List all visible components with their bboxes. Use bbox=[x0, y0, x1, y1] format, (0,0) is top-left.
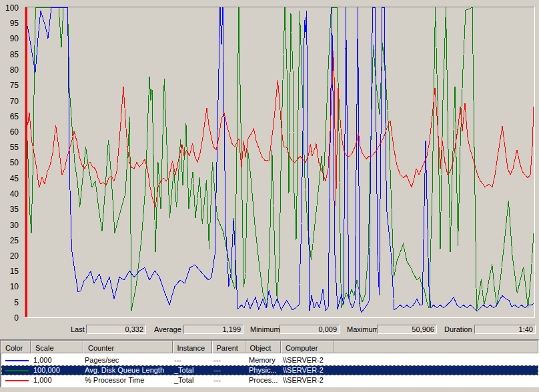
svg-text:30: 30 bbox=[10, 221, 19, 230]
svg-text:25: 25 bbox=[10, 236, 19, 245]
svg-text:45: 45 bbox=[10, 174, 19, 183]
svg-text:50: 50 bbox=[10, 158, 19, 167]
svg-text:90: 90 bbox=[10, 34, 19, 43]
svg-text:100: 100 bbox=[5, 3, 19, 13]
svg-text:95: 95 bbox=[10, 19, 19, 28]
svg-text:65: 65 bbox=[10, 112, 19, 121]
svg-text:55: 55 bbox=[10, 143, 19, 152]
svg-text:75: 75 bbox=[10, 81, 19, 90]
svg-text:15: 15 bbox=[10, 267, 19, 276]
svg-text:80: 80 bbox=[10, 65, 19, 75]
svg-text:10: 10 bbox=[10, 282, 19, 291]
svg-text:70: 70 bbox=[10, 97, 19, 106]
svg-text:40: 40 bbox=[10, 189, 19, 199]
svg-text:60: 60 bbox=[10, 127, 19, 137]
svg-text:85: 85 bbox=[10, 50, 19, 59]
svg-text:5: 5 bbox=[14, 298, 19, 307]
svg-text:0: 0 bbox=[14, 313, 19, 321]
svg-text:35: 35 bbox=[10, 205, 19, 214]
svg-text:20: 20 bbox=[10, 251, 19, 261]
